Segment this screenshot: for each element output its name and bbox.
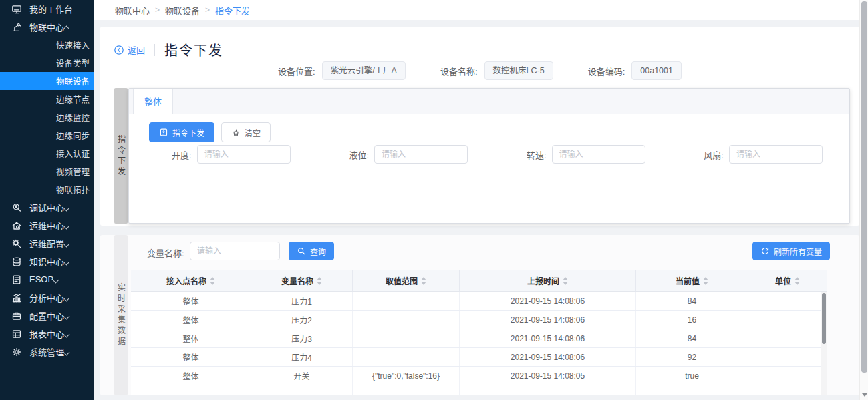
sidebar-item[interactable]: 设备类型 [0, 54, 94, 72]
query-button[interactable]: 查询 [289, 242, 334, 260]
tab-bar: 整体 [129, 89, 849, 114]
page-scrollbar-thumb[interactable] [861, 1, 867, 373]
knowledge-database-icon [11, 256, 23, 268]
variable-name-input[interactable] [190, 242, 280, 260]
command-field: 转速: [527, 145, 645, 164]
sidebar-item[interactable]: 物联拓扑 [0, 180, 94, 198]
debug-magnifier-icon [11, 202, 23, 214]
command-section-panel: 返回 指令下发 设备位置: 紫光云引擎/工厂A 设备名称: 数控机床LC-5 [100, 27, 859, 226]
sidebar-item[interactable]: 接入认证 [0, 144, 94, 162]
send-command-button[interactable]: 指令下发 [149, 122, 214, 142]
back-button[interactable]: 返回 [114, 43, 145, 56]
sidebar-item[interactable]: 系统管理 [0, 343, 94, 361]
sort-icon [210, 277, 215, 285]
sidebar-item[interactable]: 调试中心 [0, 198, 94, 216]
sort-icon [703, 277, 708, 285]
sidebar-item-label: 运维配置 [29, 237, 64, 250]
table-scrollbar[interactable] [821, 292, 827, 395]
command-field-label: 开度: [172, 148, 192, 161]
refresh-all-variables-button[interactable]: 刷新所有变量 [752, 242, 830, 260]
sidebar-item[interactable]: 配置中心 [0, 307, 94, 325]
sidebar-item-label: 配置中心 [29, 309, 64, 322]
table-header-cell[interactable]: 取值范围 [353, 270, 460, 291]
sidebar-item[interactable]: 我的工作台 [0, 0, 94, 18]
device-info-label: 设备名称: [440, 65, 478, 77]
table-row: 整体 压力3 2021-09-15 14:08:06 84 [131, 329, 827, 348]
command-field-input[interactable] [552, 145, 645, 164]
chevron-icon [64, 204, 70, 210]
refresh-icon [760, 246, 770, 256]
command-field: 风扇: [704, 145, 823, 164]
realtime-panel-handle[interactable]: 实时采集数据 [114, 235, 128, 395]
system-gear-icon [11, 346, 23, 358]
table-scrollbar-thumb[interactable] [822, 293, 826, 344]
title-divider [154, 44, 155, 56]
device-info-value: 00a1001 [631, 61, 682, 80]
breadcrumb-item[interactable]: 指令下发 [215, 4, 250, 17]
search-icon [297, 246, 306, 256]
table-header-cell[interactable]: 单位 [748, 270, 827, 291]
tab-overall[interactable]: 整体 [133, 89, 173, 114]
table-header-cell[interactable]: 变量名称 [251, 270, 353, 291]
sidebar-item[interactable]: 物联中心 [0, 18, 94, 36]
table-header-cell[interactable]: 当前值 [636, 270, 748, 291]
sidebar-item-label: 知识中心 [29, 255, 64, 268]
clear-broom-icon [231, 128, 241, 137]
breadcrumb-separator: > [205, 5, 210, 15]
page-scrollbar[interactable] [859, 0, 868, 400]
table-body: 整体 压力1 2021-09-15 14:08:06 84 整体 压力2 [131, 292, 827, 385]
command-panel-handle[interactable]: 指令下发 [114, 88, 128, 224]
config-briefcase-icon [11, 310, 23, 322]
table-row: 整体 压力2 2021-09-15 14:08:06 16 [131, 311, 827, 329]
sidebar-item[interactable]: 视频管理 [0, 162, 94, 180]
report-table-icon [11, 328, 23, 340]
device-info-value: 紫光云引擎/工厂A [322, 61, 406, 80]
sort-icon [317, 277, 322, 285]
table-row: 整体 压力4 2021-09-15 14:08:06 92 [131, 348, 827, 367]
sidebar-item-label: ESOP [29, 274, 53, 284]
sidebar-item[interactable]: 边缘同步 [0, 126, 94, 144]
ops-house-icon [11, 220, 23, 232]
sidebar-item[interactable]: ESOP [0, 270, 94, 288]
sidebar-item[interactable]: 分析中心 [0, 288, 94, 307]
sidebar-item[interactable]: 快速接入 [0, 36, 94, 54]
sidebar-item-label: 调试中心 [29, 201, 64, 214]
table-header-cell[interactable]: 上报时间 [460, 270, 636, 291]
sidebar-item[interactable]: 运维中心 [0, 216, 94, 234]
command-field-input[interactable] [374, 145, 468, 164]
sidebar-item-label: 接入认证 [56, 147, 90, 160]
device-info-field: 设备位置: 紫光云引擎/工厂A [278, 61, 406, 80]
sidebar-item-label: 我的工作台 [29, 3, 73, 15]
variable-search-row: 变量名称: 查询 刷新所有变量 [128, 242, 850, 260]
chevron-icon [64, 24, 70, 30]
sidebar-item-label: 设备类型 [56, 57, 90, 69]
sidebar-item[interactable]: 物联设备 [0, 72, 94, 90]
monitor-icon [11, 3, 23, 15]
variables-table: 接入点名称 变量名称 取值范围 [131, 270, 827, 395]
command-field-input[interactable] [197, 145, 291, 164]
clear-button[interactable]: 清空 [221, 122, 271, 142]
command-field: 开度: [172, 145, 291, 164]
sidebar-item-label: 边缘同步 [56, 129, 90, 142]
sidebar-item-label: 运维中心 [29, 219, 64, 232]
command-field-input[interactable] [729, 145, 823, 164]
table-header: 接入点名称 变量名称 取值范围 [131, 270, 827, 292]
back-circle-arrow-icon [114, 45, 124, 55]
chevron-icon [64, 349, 70, 355]
table-header-cell[interactable]: 接入点名称 [131, 270, 251, 291]
sidebar-item-label: 物联中心 [29, 21, 64, 33]
sidebar-item[interactable]: 边缘节点 [0, 90, 94, 108]
sort-icon [421, 277, 426, 285]
device-info-row: 设备位置: 紫光云引擎/工厂A 设备名称: 数控机床LC-5 设备编码: 00a… [100, 61, 859, 80]
sidebar-item[interactable]: 知识中心 [0, 252, 94, 270]
sidebar-item[interactable]: 运维配置 [0, 234, 94, 252]
chevron-icon [64, 240, 70, 246]
scroll-down-arrow-icon[interactable] [862, 393, 867, 397]
sidebar-item[interactable]: 边缘监控 [0, 108, 94, 126]
sidebar-item[interactable]: 报表中心 [0, 325, 94, 343]
page-title: 指令下发 [164, 40, 223, 59]
breadcrumb-item[interactable]: 物联设备 [165, 4, 200, 17]
sidebar-item-label: 物联设备 [56, 75, 90, 87]
back-label: 返回 [128, 43, 145, 56]
breadcrumb-item[interactable]: 物联中心 [115, 4, 150, 17]
